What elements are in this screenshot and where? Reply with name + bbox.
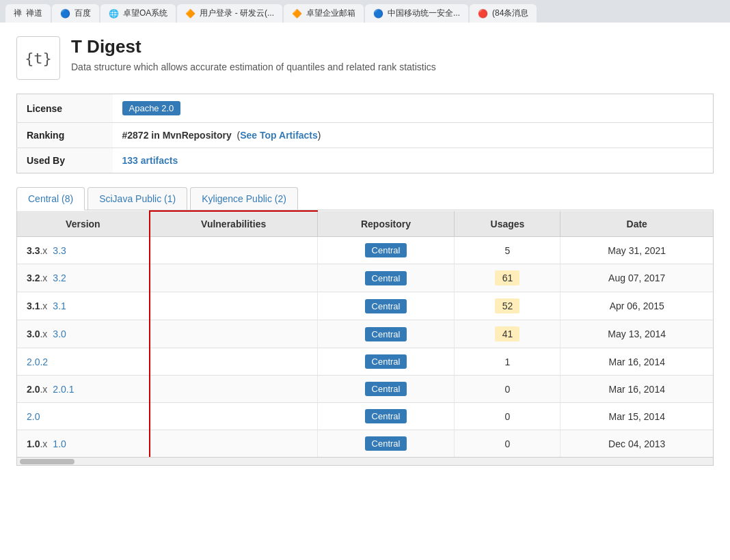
date-cell: Mar 16, 2014 <box>560 348 713 376</box>
top-artifacts-link[interactable]: See Top Artifacts <box>240 130 318 141</box>
tab-baidu[interactable]: 🔵 百度 <box>52 4 99 23</box>
version-cell: 2.0.x2.0.1 <box>17 376 150 403</box>
date-cell: May 13, 2014 <box>560 320 713 348</box>
vuln-cell <box>150 403 317 430</box>
repo-badge[interactable]: Central <box>365 409 407 423</box>
version-link[interactable]: 3.2 <box>53 272 66 283</box>
date-cell: Apr 06, 2015 <box>560 292 713 320</box>
horizontal-scrollbar[interactable] <box>17 457 713 465</box>
tab-icon-zendao: 禅 <box>14 8 22 19</box>
artifact-header: {t} T Digest Data structure which allows… <box>16 36 714 80</box>
tab-security[interactable]: 🔵 中国移动统一安全... <box>365 4 468 23</box>
metadata-row-used-by: Used By 133 artifacts <box>17 148 714 173</box>
used-by-value: 133 artifacts <box>113 148 714 173</box>
used-by-label: Used By <box>17 148 113 173</box>
col-header-vulnerabilities: Vulnerabilities <box>150 211 317 237</box>
date-cell: May 31, 2021 <box>560 237 713 264</box>
date-cell: Mar 15, 2014 <box>560 403 713 430</box>
usages-cell: 41 <box>455 320 560 348</box>
vuln-cell <box>150 430 317 458</box>
tab-zendao[interactable]: 禅 禅道 <box>5 4 51 23</box>
vuln-cell <box>150 320 317 348</box>
repository-cell: Central <box>317 320 455 348</box>
repo-badge[interactable]: Central <box>365 354 407 369</box>
vuln-cell <box>150 237 317 264</box>
page-content: {t} T Digest Data structure which allows… <box>0 23 730 479</box>
scrollbar-thumb <box>20 459 75 464</box>
metadata-row-license: License Apache 2.0 <box>17 94 714 123</box>
version-link[interactable]: 3.1 <box>53 300 66 311</box>
col-header-date: Date <box>560 211 713 237</box>
date-cell: Dec 04, 2013 <box>560 430 713 458</box>
repository-cell: Central <box>317 376 455 403</box>
date-cell: Aug 07, 2017 <box>560 264 713 292</box>
tab-devcloud[interactable]: 🔶 用户登录 - 研发云(... <box>177 4 282 23</box>
version-link[interactable]: 3.3 <box>53 245 66 256</box>
metadata-table: License Apache 2.0 Ranking #2872 in MvnR… <box>16 94 714 173</box>
version-link[interactable]: 2.0 <box>27 411 40 422</box>
tab-messages[interactable]: 🔴 (84条消息 <box>470 4 537 23</box>
versions-wrapper: Version Vulnerabilities Repository Usage… <box>16 210 714 466</box>
versions-table: Version Vulnerabilities Repository Usage… <box>17 210 713 457</box>
browser-tabs: 禅 禅道 🔵 百度 🌐 卓望OA系统 🔶 用户登录 - 研发云(... 🔶 卓望… <box>0 0 730 23</box>
version-cell: 3.1.x3.1 <box>17 292 150 320</box>
repo-badge[interactable]: Central <box>365 327 407 341</box>
usages-cell: 5 <box>455 237 560 264</box>
version-link[interactable]: 1.0 <box>53 438 66 449</box>
artifact-description: Data structure which allows accurate est… <box>71 61 436 72</box>
version-link[interactable]: 2.0.1 <box>53 384 74 395</box>
license-value: Apache 2.0 <box>113 94 714 123</box>
usages-cell: 52 <box>455 292 560 320</box>
repo-badge[interactable]: Central <box>365 299 407 313</box>
version-cell: 3.0.x3.0 <box>17 320 150 348</box>
repo-badge[interactable]: Central <box>365 271 407 285</box>
repository-cell: Central <box>317 237 455 264</box>
vuln-cell <box>150 348 317 376</box>
version-link[interactable]: 3.0 <box>53 328 66 339</box>
usages-cell: 0 <box>455 403 560 430</box>
license-label: License <box>17 94 113 123</box>
repository-cell: Central <box>317 403 455 430</box>
col-header-repository: Repository <box>317 211 455 237</box>
ranking-value: #2872 in MvnRepository (See Top Artifact… <box>113 123 714 148</box>
repo-badge[interactable]: Central <box>365 382 407 396</box>
col-header-usages: Usages <box>455 211 560 237</box>
tab-email[interactable]: 🔶 卓望企业邮箱 <box>284 4 364 23</box>
version-cell: 2.0.2 <box>17 348 150 376</box>
version-cell: 3.2.x3.2 <box>17 264 150 292</box>
metadata-row-ranking: Ranking #2872 in MvnRepository (See Top … <box>17 123 714 148</box>
usages-cell: 0 <box>455 430 560 458</box>
version-cell: 3.3.x3.3 <box>17 237 150 264</box>
repository-cell: Central <box>317 348 455 376</box>
repo-badge[interactable]: Central <box>365 436 407 451</box>
repo-tabs: Central (8) SciJava Public (1) Kyligence… <box>16 187 714 210</box>
version-cell: 1.0.x1.0 <box>17 430 150 458</box>
tab-oa[interactable]: 🌐 卓望OA系统 <box>100 4 176 23</box>
usages-cell: 61 <box>455 264 560 292</box>
artifact-title-block: T Digest Data structure which allows acc… <box>71 36 436 72</box>
tab-scijava[interactable]: SciJava Public (1) <box>87 187 187 210</box>
artifact-title: T Digest <box>71 36 436 57</box>
license-badge: Apache 2.0 <box>122 101 181 115</box>
repository-cell: Central <box>317 292 455 320</box>
vuln-cell <box>150 292 317 320</box>
date-cell: Mar 16, 2014 <box>560 376 713 403</box>
ranking-label: Ranking <box>17 123 113 148</box>
vuln-cell <box>150 376 317 403</box>
usages-cell: 0 <box>455 376 560 403</box>
repository-cell: Central <box>317 264 455 292</box>
col-header-version: Version <box>17 211 150 237</box>
repo-badge[interactable]: Central <box>365 243 407 257</box>
usages-cell: 1 <box>455 348 560 376</box>
version-cell: 2.0 <box>17 403 150 430</box>
artifact-logo: {t} <box>16 36 60 80</box>
repository-cell: Central <box>317 430 455 458</box>
tab-central[interactable]: Central (8) <box>16 187 85 210</box>
used-by-link[interactable]: 133 artifacts <box>122 155 178 166</box>
vuln-cell <box>150 264 317 292</box>
version-link[interactable]: 2.0.2 <box>27 356 48 367</box>
tab-icon-baidu: 🔵 <box>60 9 70 18</box>
tab-kyligence[interactable]: Kyligence Public (2) <box>190 187 298 210</box>
